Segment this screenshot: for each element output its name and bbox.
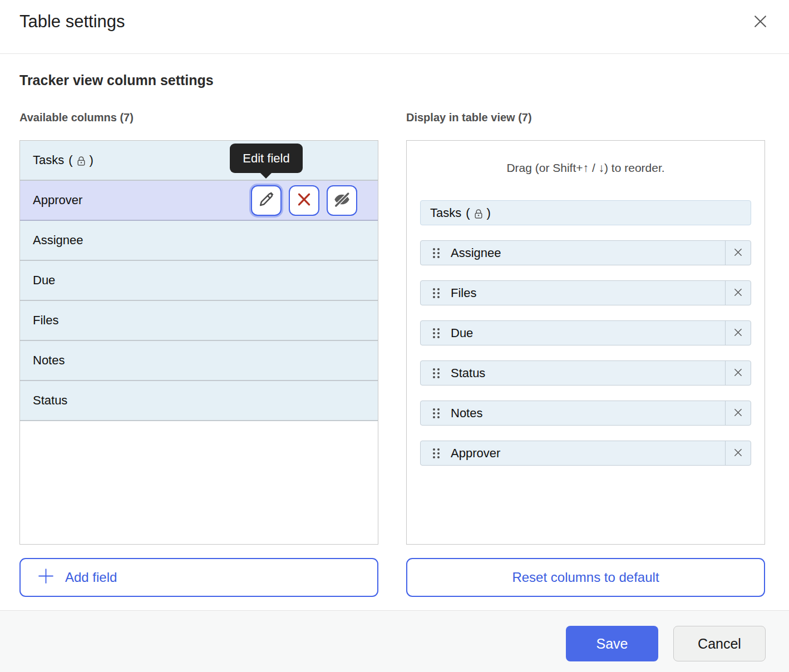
pencil-icon <box>257 190 275 210</box>
display-row-notes[interactable]: Notes <box>420 401 751 426</box>
available-columns-list: Tasks ( ) Approver <box>19 140 378 545</box>
drag-handle-icon[interactable] <box>432 287 441 299</box>
paren-open: ( <box>68 153 72 167</box>
available-columns-header: Available columns (7) <box>19 111 134 124</box>
available-row-label: Notes <box>33 353 65 368</box>
display-row-label: Status <box>451 366 485 381</box>
available-row-label: Files <box>33 313 58 328</box>
reorder-hint: Drag (or Shift+↑ / ↓) to reorder. <box>407 161 765 175</box>
add-field-button[interactable]: Add field <box>19 558 378 597</box>
remove-column-button[interactable] <box>725 241 751 265</box>
x-icon <box>733 367 743 379</box>
plus-icon <box>37 567 55 588</box>
reset-columns-label: Reset columns to default <box>512 570 659 585</box>
display-row-label: Due <box>451 326 473 340</box>
reset-columns-button[interactable]: Reset columns to default <box>406 558 765 597</box>
available-row-assignee[interactable]: Assignee <box>20 221 378 261</box>
paren-open: ( <box>466 206 470 220</box>
available-row-approver[interactable]: Approver <box>20 181 378 221</box>
drag-handle-icon[interactable] <box>432 327 441 339</box>
tooltip-label: Edit field <box>243 151 289 166</box>
display-row-files[interactable]: Files <box>420 280 751 305</box>
close-icon <box>753 14 768 31</box>
available-row-notes[interactable]: Notes <box>20 341 378 381</box>
display-row-label: Assignee <box>451 246 501 260</box>
display-row-approver[interactable]: Approver <box>420 441 751 466</box>
display-row-status[interactable]: Status <box>420 360 751 386</box>
drag-handle-icon[interactable] <box>432 447 441 459</box>
display-row-assignee[interactable]: Assignee <box>420 240 751 265</box>
edit-field-button[interactable] <box>251 185 282 216</box>
x-icon <box>733 407 743 419</box>
modal-title: Table settings <box>19 12 125 32</box>
lock-icon <box>76 155 87 167</box>
remove-column-button[interactable] <box>725 281 751 305</box>
display-row-label: Tasks <box>430 206 461 220</box>
close-button[interactable] <box>749 12 771 33</box>
row-actions <box>251 181 357 220</box>
drag-handle-icon[interactable] <box>432 367 441 379</box>
available-row-status[interactable]: Status <box>20 381 378 421</box>
cancel-button[interactable]: Cancel <box>673 626 766 661</box>
save-button[interactable]: Save <box>566 626 658 661</box>
modal-header: Table settings <box>0 0 789 54</box>
remove-column-button[interactable] <box>725 401 751 425</box>
drag-handle-icon[interactable] <box>432 407 441 419</box>
display-row-due[interactable]: Due <box>420 320 751 345</box>
display-row-label: Approver <box>451 446 500 461</box>
display-list: Tasks ( ) Assignee <box>420 200 751 466</box>
x-icon <box>733 287 743 299</box>
available-row-label: Assignee <box>33 233 83 248</box>
paren-close: ) <box>90 153 93 167</box>
x-icon <box>733 247 743 259</box>
available-row-files[interactable]: Files <box>20 301 378 341</box>
drag-handle-icon[interactable] <box>432 247 441 259</box>
remove-column-button[interactable] <box>725 321 751 345</box>
display-columns-list: Drag (or Shift+↑ / ↓) to reorder. Tasks … <box>406 140 765 545</box>
remove-column-button[interactable] <box>725 361 751 385</box>
available-row-label: Due <box>33 273 55 288</box>
display-row-label: Notes <box>451 406 482 421</box>
lock-icon <box>473 208 484 220</box>
eye-slash-icon <box>333 190 351 210</box>
x-icon <box>733 327 743 339</box>
hide-field-button[interactable] <box>327 185 357 216</box>
available-row-label: Status <box>33 393 67 408</box>
edit-field-tooltip: Edit field <box>230 144 303 173</box>
available-row-tasks[interactable]: Tasks ( ) <box>20 141 378 181</box>
remove-column-button[interactable] <box>725 441 751 465</box>
section-title: Tracker view column settings <box>19 72 214 88</box>
available-row-due[interactable]: Due <box>20 261 378 301</box>
available-row-label: Approver <box>33 193 82 207</box>
display-row-label: Files <box>451 286 476 300</box>
modal-footer: Save Cancel <box>0 610 789 672</box>
available-row-label: Tasks <box>33 153 64 167</box>
delete-field-button[interactable] <box>289 185 319 216</box>
display-columns-header: Display in table view (7) <box>406 111 532 124</box>
paren-close: ) <box>487 206 491 220</box>
red-x-icon <box>295 191 313 210</box>
x-icon <box>733 447 743 459</box>
display-row-tasks: Tasks ( ) <box>420 200 751 225</box>
add-field-label: Add field <box>65 570 117 585</box>
